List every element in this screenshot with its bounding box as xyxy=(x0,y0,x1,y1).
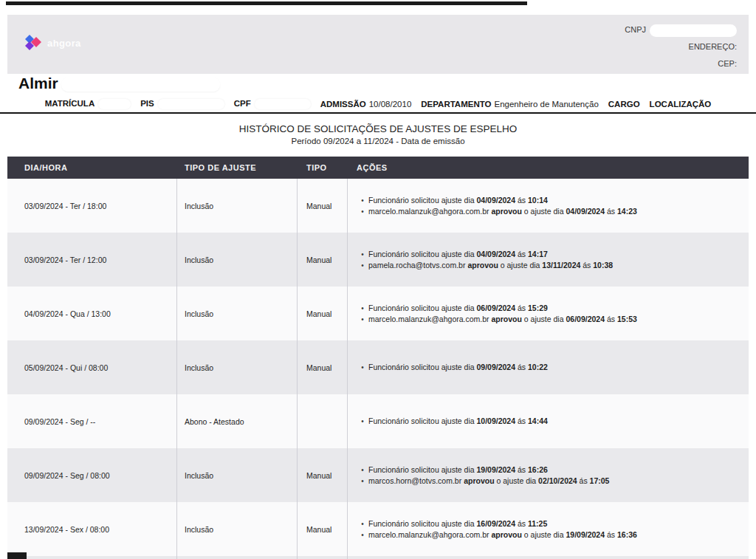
column-header: TIPO DE AJUSTE xyxy=(177,163,298,172)
redaction-blob xyxy=(255,99,311,109)
action-text: Funcionário solicitou ajuste dia 09/09/2… xyxy=(368,362,548,373)
action-item: •Funcionário solicitou ajuste dia 10/09/… xyxy=(357,416,548,427)
cell-tipo: Manual xyxy=(298,502,348,556)
report-subtitle: Período 09/2024 a 11/2024 - Data de emis… xyxy=(0,137,756,145)
action-text: Funcionário solicitou ajuste dia 04/09/2… xyxy=(368,195,548,206)
cell-dia-hora: 05/09/2024 - Qui / 08:00 xyxy=(7,340,177,394)
cell-dia-hora: 09/09/2024 - Seg / 08:00 xyxy=(7,448,177,502)
adjustments-table: DIA/HORATIPO DE AJUSTETIPOAÇÕES 03/09/20… xyxy=(7,157,749,559)
action-item: •Funcionário solicitou ajuste dia 04/09/… xyxy=(357,195,548,206)
field-departamento: DEPARTAMENTOEngenheiro de Manutenção xyxy=(421,100,599,109)
ahgora-logo-text: ahgora xyxy=(47,38,81,49)
cell-acoes: •Funcionário solicitou ajuste dia 04/09/… xyxy=(348,179,749,233)
action-item: •Funcionário solicitou ajuste dia 09/09/… xyxy=(357,362,548,373)
redaction-blob xyxy=(98,99,131,109)
field-localizacao: LOCALIZAÇÃO xyxy=(650,100,712,109)
employee-name: Almir xyxy=(18,75,220,92)
action-text: marcelo.malanzuk@ahgora.com.br aprovou o… xyxy=(368,529,637,541)
action-text: Funcionário solicitou ajuste dia 04/09/2… xyxy=(368,249,548,260)
cell-acoes: •Funcionário solicitou ajuste dia 10/09/… xyxy=(348,394,749,448)
table-body: 03/09/2024 - Ter / 18:00InclusãoManual•F… xyxy=(7,179,749,556)
cnpj-redaction-blob xyxy=(650,24,737,37)
action-text: Funcionário solicitou ajuste dia 10/09/2… xyxy=(368,416,548,427)
table-row: 09/09/2024 - Seg / --Abono - Atestado•Fu… xyxy=(7,394,749,448)
cell-dia-hora: 13/09/2024 - Sex / 08:00 xyxy=(7,502,177,556)
employee-info-line: MATRÍCULA PIS CPF ADMISSÃO10/08/2010 DEP… xyxy=(0,99,756,109)
cell-dia-hora: 03/09/2024 - Ter / 18:00 xyxy=(7,179,177,233)
bullet-icon: • xyxy=(357,303,368,314)
cell-tipo-ajuste: Inclusão xyxy=(177,287,298,340)
field-cpf: CPF xyxy=(234,99,311,109)
cell-acoes: •Funcionário solicitou ajuste dia 04/09/… xyxy=(348,233,749,287)
cnpj-line: CNPJ xyxy=(625,21,737,38)
table-row: 03/09/2024 - Ter / 12:00InclusãoManual•F… xyxy=(7,233,749,287)
action-text: marcelo.malanzuk@ahgora.com.br aprovou o… xyxy=(368,206,637,217)
cell-tipo-ajuste: Inclusão xyxy=(177,448,298,502)
cell-tipo-ajuste: Abono - Atestado xyxy=(177,394,298,448)
action-item: •marcos.horn@totvs.com.br aprovou o ajus… xyxy=(357,476,609,487)
cell-acoes: •Funcionário solicitou ajuste dia 06/09/… xyxy=(348,287,749,340)
action-text: pamela.rocha@totvs.com.br aprovou o ajus… xyxy=(368,260,613,271)
report-page: { "colors": { "band_bg": "#e8e7ea", "tab… xyxy=(0,0,756,559)
action-item: •marcelo.malanzuk@ahgora.com.br aprovou … xyxy=(357,206,637,217)
page-corner-mark xyxy=(7,552,27,559)
cell-tipo xyxy=(298,394,348,448)
action-text: marcos.horn@totvs.com.br aprovou o ajust… xyxy=(368,476,609,487)
action-item: •Funcionário solicitou ajuste dia 19/09/… xyxy=(357,464,548,476)
cnpj-label: CNPJ xyxy=(625,25,646,34)
name-redaction-blob xyxy=(61,78,220,92)
report-title: HISTÓRICO DE SOLICITAÇÕES DE AJUSTES DE … xyxy=(0,123,756,134)
action-item: •Funcionário solicitou ajuste dia 06/09/… xyxy=(357,303,548,314)
field-admissao: ADMISSÃO10/08/2010 xyxy=(320,100,412,109)
bullet-icon: • xyxy=(357,195,368,206)
cell-acoes: •Funcionário solicitou ajuste dia 09/09/… xyxy=(348,340,749,394)
column-header: TIPO xyxy=(298,163,348,172)
table-row: 03/09/2024 - Ter / 18:00InclusãoManual•F… xyxy=(7,179,749,233)
bullet-icon: • xyxy=(357,518,368,529)
cell-dia-hora: 03/09/2024 - Ter / 12:00 xyxy=(7,233,177,287)
action-item: •Funcionário solicitou ajuste dia 16/09/… xyxy=(357,518,547,529)
field-pis: PIS xyxy=(140,99,224,109)
bullet-icon: • xyxy=(357,476,368,487)
table-row: 04/09/2024 - Qua / 13:00InclusãoManual•F… xyxy=(7,287,749,340)
action-text: Funcionário solicitou ajuste dia 16/09/2… xyxy=(368,518,547,529)
employee-name-text: Almir xyxy=(18,75,58,92)
action-item: •Funcionário solicitou ajuste dia 04/09/… xyxy=(357,249,548,260)
cell-acoes: •Funcionário solicitou ajuste dia 19/09/… xyxy=(348,448,749,502)
table-row: 09/09/2024 - Seg / 08:00InclusãoManual•F… xyxy=(7,448,749,502)
cell-tipo: Manual xyxy=(298,287,348,340)
bullet-icon: • xyxy=(357,249,368,260)
endereco-line: ENDEREÇO: xyxy=(625,38,737,55)
next-row-sliver xyxy=(7,556,749,559)
cell-tipo-ajuste: Inclusão xyxy=(177,179,298,233)
action-text: Funcionário solicitou ajuste dia 06/09/2… xyxy=(368,303,548,314)
action-item: •marcelo.malanzuk@ahgora.com.br aprovou … xyxy=(357,529,637,541)
field-matricula: MATRÍCULA xyxy=(45,99,131,109)
column-header: DIA/HORA xyxy=(7,163,177,172)
cep-line: CEP: xyxy=(625,55,737,72)
action-item: •marcelo.malanzuk@ahgora.com.br aprovou … xyxy=(357,314,637,325)
bullet-icon: • xyxy=(357,416,368,427)
cell-dia-hora: 04/09/2024 - Qua / 13:00 xyxy=(7,287,177,340)
cell-acoes: •Funcionário solicitou ajuste dia 16/09/… xyxy=(348,502,749,556)
table-header-row: DIA/HORATIPO DE AJUSTETIPOAÇÕES xyxy=(7,157,749,179)
table-row: 05/09/2024 - Qui / 08:00InclusãoManual•F… xyxy=(7,340,749,394)
cell-tipo: Manual xyxy=(298,179,348,233)
action-text: marcelo.malanzuk@ahgora.com.br aprovou o… xyxy=(368,314,637,325)
ahgora-logo: ahgora xyxy=(24,34,81,52)
company-header-band: ahgora CNPJ ENDEREÇO: CEP: xyxy=(7,15,749,74)
cell-tipo: Manual xyxy=(298,233,348,287)
bullet-icon: • xyxy=(357,529,368,541)
bullet-icon: • xyxy=(357,314,368,325)
cell-tipo-ajuste: Inclusão xyxy=(177,340,298,394)
company-info: CNPJ ENDEREÇO: CEP: xyxy=(625,21,737,72)
bullet-icon: • xyxy=(357,362,368,373)
action-item: •pamela.rocha@totvs.com.br aprovou o aju… xyxy=(357,260,613,271)
bullet-icon: • xyxy=(357,206,368,217)
bullet-icon: • xyxy=(357,464,368,476)
section-divider xyxy=(0,112,756,114)
field-cargo: CARGO xyxy=(608,100,640,109)
action-text: Funcionário solicitou ajuste dia 19/09/2… xyxy=(368,464,548,476)
top-edge-bar xyxy=(6,1,527,5)
bullet-icon: • xyxy=(357,260,368,271)
